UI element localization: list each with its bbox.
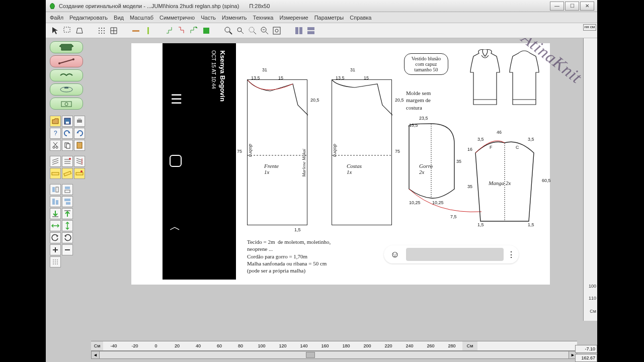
menu-help[interactable]: Справка: [350, 15, 371, 21]
hatch1-icon[interactable]: [50, 156, 61, 167]
chevron-up-icon[interactable]: ︿: [170, 219, 181, 234]
plus-icon[interactable]: [50, 244, 61, 255]
svg-rect-17: [147, 27, 149, 34]
menu-view[interactable]: Вид: [114, 15, 124, 21]
hline-icon[interactable]: [130, 25, 141, 36]
menu-edit[interactable]: Редактировать: [69, 15, 108, 21]
pointer-tool-icon[interactable]: [50, 25, 61, 36]
expand-h-icon[interactable]: [50, 220, 61, 231]
align2-icon[interactable]: [62, 196, 73, 207]
coordinates: -7.10 162.67: [575, 344, 597, 362]
svg-point-23: [249, 27, 254, 32]
line-mode-button[interactable]: [50, 55, 83, 67]
molde-note: Molde sem margem de costura: [406, 89, 431, 111]
hamburger-icon[interactable]: ☰: [171, 92, 182, 107]
horizontal-scrollbar[interactable]: ◄ ►: [91, 351, 577, 359]
menu-part[interactable]: Часть: [201, 15, 216, 21]
camera-mode-button[interactable]: [50, 98, 83, 110]
zoom-all-icon[interactable]: [271, 25, 282, 36]
author-name: Ksenya Bogovin: [219, 50, 226, 102]
grid-small-icon[interactable]: [50, 256, 61, 267]
expand-v-icon[interactable]: [62, 220, 73, 231]
layout-2-icon[interactable]: [305, 25, 316, 36]
hatch2-icon[interactable]: [62, 156, 73, 167]
step-2-icon[interactable]: [177, 25, 188, 36]
print-icon[interactable]: [74, 116, 85, 127]
menu-symmetric[interactable]: Симметрично: [159, 15, 195, 21]
author-strip: Ksenya Bogovin OCT 15 AT 10:44 ☰ ︿: [163, 43, 236, 280]
more-icon[interactable]: ⋮: [504, 250, 519, 259]
vline-icon[interactable]: [142, 25, 153, 36]
rotate-cw-icon[interactable]: [62, 232, 73, 243]
zoom-100-icon[interactable]: [259, 25, 270, 36]
zoom-fit-icon[interactable]: [247, 25, 258, 36]
garment-mode-button[interactable]: [50, 41, 83, 53]
save-icon[interactable]: [62, 116, 73, 127]
menu-file[interactable]: Файл: [50, 15, 63, 21]
layout-1-icon[interactable]: [293, 25, 304, 36]
svg-point-21: [237, 28, 242, 32]
redo-icon[interactable]: [74, 128, 85, 139]
square-icon[interactable]: [170, 155, 182, 167]
svg-point-3: [104, 28, 105, 29]
sleeve-label: Manga 2x: [489, 180, 511, 186]
ruler2-icon[interactable]: [62, 168, 73, 179]
svg-line-55: [52, 158, 58, 160]
collar-mode-button[interactable]: [50, 69, 83, 81]
step-green-icon[interactable]: [201, 25, 212, 36]
hatch3-icon[interactable]: [74, 156, 85, 167]
svg-line-62: [76, 158, 83, 160]
canvas[interactable]: Ksenya Bogovin OCT 15 AT 10:44 ☰ ︿: [91, 38, 597, 321]
rect-select-icon[interactable]: [62, 25, 73, 36]
mirror-v-icon[interactable]: [62, 184, 73, 195]
step-1-icon[interactable]: [165, 25, 176, 36]
svg-point-84: [55, 259, 56, 260]
svg-rect-66: [52, 172, 59, 175]
menu-measure[interactable]: Измерение: [279, 15, 308, 21]
menu-technique[interactable]: Техника: [253, 15, 274, 21]
chat-input[interactable]: [406, 248, 504, 261]
open-icon[interactable]: [50, 116, 61, 127]
svg-rect-53: [77, 142, 82, 148]
ruler3-icon[interactable]: [74, 168, 85, 179]
scroll-left-icon[interactable]: ◄: [92, 351, 100, 358]
svg-point-7: [99, 33, 100, 34]
zoom-out-icon[interactable]: [235, 25, 246, 36]
mirror-h-icon[interactable]: [50, 184, 61, 195]
undo-icon[interactable]: [62, 128, 73, 139]
machine-mode-button[interactable]: [50, 83, 83, 96]
svg-line-49: [54, 142, 57, 146]
menu-scale[interactable]: Масштаб: [130, 15, 153, 21]
step-3-icon[interactable]: [189, 25, 200, 36]
copy-icon[interactable]: [62, 140, 73, 151]
scroll-thumb[interactable]: [306, 352, 315, 358]
close-button[interactable]: ✕: [580, 2, 594, 11]
zoom-in-icon[interactable]: [223, 25, 234, 36]
unit-box[interactable]: нн см: [583, 24, 596, 31]
minus-icon[interactable]: [62, 244, 73, 255]
snap-down-icon[interactable]: [50, 208, 61, 219]
smile-icon[interactable]: ☺: [384, 249, 406, 260]
svg-point-61: [69, 158, 71, 160]
svg-point-86: [53, 261, 54, 262]
garment-back-sketch: [506, 49, 543, 111]
cut-icon[interactable]: [50, 140, 61, 151]
help-icon[interactable]: ?: [50, 128, 61, 139]
menu-params[interactable]: Параметры: [314, 15, 344, 21]
rotate-ccw-icon[interactable]: [50, 232, 61, 243]
svg-rect-77: [66, 202, 70, 205]
garment-front-sketch: [466, 49, 504, 111]
align1-icon[interactable]: [50, 196, 61, 207]
maximize-button[interactable]: ☐: [565, 2, 579, 11]
ruler1-icon[interactable]: [50, 168, 61, 179]
minimize-button[interactable]: —: [550, 2, 564, 11]
snap-up-icon[interactable]: [62, 208, 73, 219]
menu-change[interactable]: Изменить: [222, 15, 247, 21]
grid-lines-icon[interactable]: [108, 25, 119, 36]
paste-icon[interactable]: [74, 140, 85, 151]
svg-rect-45: [78, 123, 81, 124]
back-label: Costas 1x: [347, 163, 362, 175]
polygon-icon[interactable]: [74, 25, 85, 36]
grid-dots-icon[interactable]: [96, 25, 107, 36]
svg-rect-70: [52, 187, 55, 192]
